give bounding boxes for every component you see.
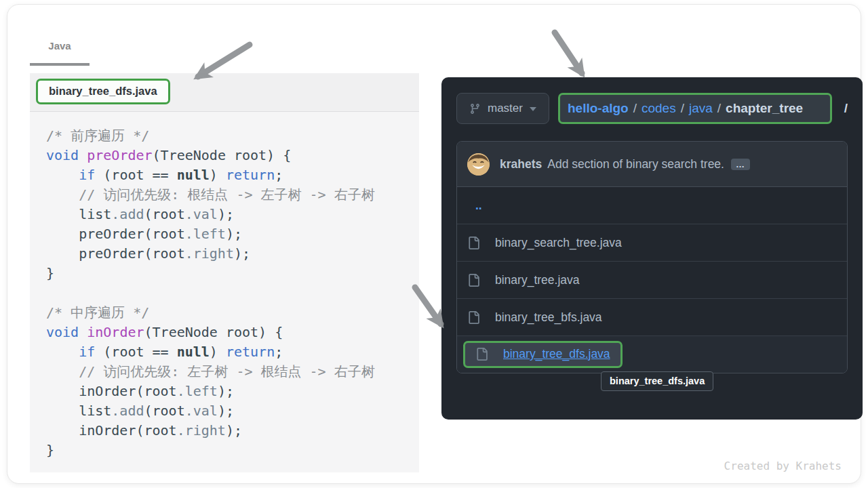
- code-line: [46, 283, 419, 303]
- code-line: /* 前序遍历 */: [46, 126, 419, 146]
- code-block: /* 前序遍历 */void preOrder(TreeNode root) {…: [30, 112, 419, 472]
- file-row[interactable]: binary_tree.java: [457, 262, 847, 299]
- breadcrumb: hello-algo/codes/java/chapter_tree: [558, 93, 832, 124]
- filename-highlight-box: binary_tree_dfs.java: [36, 79, 170, 104]
- code-line: // 访问优先级: 左子树 -> 根结点 -> 右子树: [46, 362, 419, 382]
- file-name[interactable]: binary_tree_bfs.java: [495, 310, 602, 325]
- file-row[interactable]: binary_search_tree.java: [457, 224, 847, 262]
- commit-row: krahets Add section of binary search tre…: [457, 142, 847, 187]
- code-line: /* 中序遍历 */: [46, 303, 419, 323]
- code-line: preOrder(root.right);: [46, 244, 419, 264]
- avatar[interactable]: [467, 153, 490, 176]
- code-line: preOrder(root.left);: [46, 224, 419, 244]
- breadcrumb-segment[interactable]: java: [689, 101, 713, 116]
- code-line: list.add(root.val);: [46, 401, 419, 421]
- breadcrumb-segment: chapter_tree: [726, 101, 803, 116]
- annotation-green-box: binary_tree_dfs.java: [463, 341, 623, 368]
- file-icon: [475, 348, 488, 361]
- breadcrumb-separator: /: [713, 101, 726, 116]
- code-line: inOrder(root.right);: [46, 421, 419, 441]
- chevron-down-icon: [530, 107, 536, 115]
- file-list-box: krahets Add section of binary search tre…: [456, 141, 848, 373]
- parent-dir-row[interactable]: ..: [457, 187, 847, 224]
- file-link[interactable]: binary_tree_dfs.java: [503, 347, 610, 361]
- code-line: if (root == null) return;: [46, 165, 419, 185]
- code-line: }: [46, 441, 419, 460]
- github-top-bar: master hello-algo/codes/java/chapter_tre…: [456, 93, 848, 124]
- file-name[interactable]: binary_search_tree.java: [495, 236, 622, 250]
- code-line: list.add(root.val);: [46, 205, 419, 224]
- commit-author[interactable]: krahets: [500, 157, 542, 171]
- breadcrumb-trailing-slash: /: [844, 101, 848, 116]
- file-row[interactable]: binary_tree_dfs.java: [457, 336, 847, 373]
- file-row[interactable]: binary_tree_bfs.java: [457, 299, 847, 336]
- footer-credit: Created by Krahets: [724, 460, 842, 472]
- branch-selector[interactable]: master: [456, 93, 549, 124]
- code-line: void preOrder(TreeNode root) {: [46, 146, 419, 165]
- file-icon: [467, 274, 480, 287]
- commit-ellipsis-button[interactable]: …: [731, 159, 750, 170]
- breadcrumb-segment[interactable]: codes: [642, 101, 676, 116]
- code-line: inOrder(root.left);: [46, 382, 419, 401]
- file-icon: [467, 237, 480, 249]
- code-filename-bar: binary_tree_dfs.java: [30, 73, 419, 112]
- breadcrumb-separator: /: [676, 101, 689, 116]
- screenshot-card: Java binary_tree_dfs.java /* 前序遍历 */void…: [7, 4, 861, 484]
- code-line: void inOrder(TreeNode root) {: [46, 323, 419, 342]
- tooltip: binary_tree_dfs.java: [601, 371, 713, 391]
- code-line: }: [46, 264, 419, 283]
- github-panel: master hello-algo/codes/java/chapter_tre…: [441, 77, 863, 420]
- branch-name: master: [488, 102, 523, 115]
- code-line: if (root == null) return;: [46, 342, 419, 362]
- file-name[interactable]: binary_tree.java: [495, 273, 580, 287]
- git-branch-icon: [469, 103, 481, 115]
- tab-java[interactable]: Java: [30, 40, 90, 66]
- parent-dir-link[interactable]: ..: [475, 199, 482, 213]
- code-line: // 访问优先级: 根结点 -> 左子树 -> 右子树: [46, 185, 419, 205]
- breadcrumb-segment[interactable]: hello-algo: [568, 101, 629, 116]
- breadcrumb-separator: /: [629, 101, 642, 116]
- commit-message[interactable]: Add section of binary search tree.: [547, 157, 724, 171]
- file-icon: [467, 311, 480, 324]
